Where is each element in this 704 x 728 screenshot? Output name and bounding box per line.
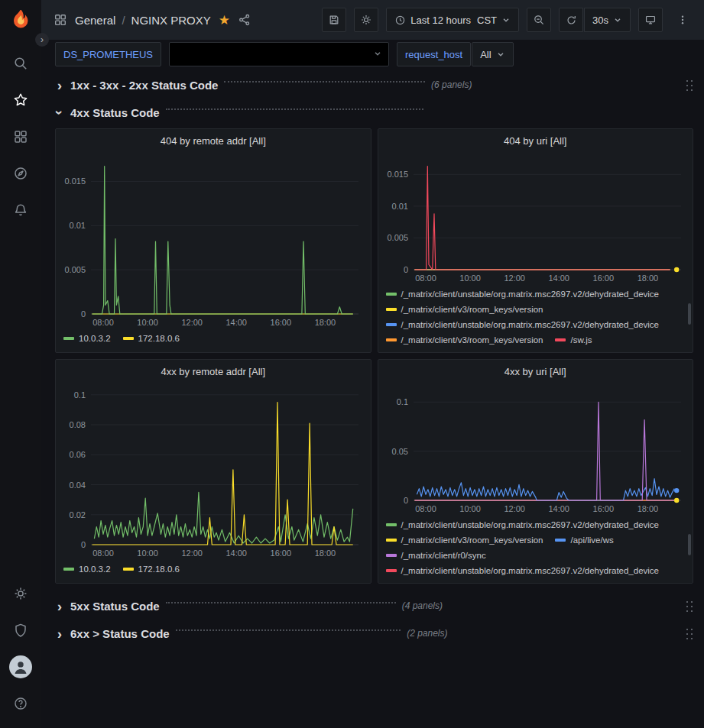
panel-404-by-remote-addr: 404 by remote addr [All] 00.0050.010.015…: [55, 128, 371, 353]
variable-label-ds-prometheus[interactable]: DS_PROMETHEUS: [55, 42, 161, 66]
row-4xx-status-code[interactable]: › 4xx Status Code: [55, 101, 693, 124]
legend-swatch: [386, 523, 397, 526]
sidebar-expand-toggle[interactable]: ›: [35, 33, 49, 47]
legend-item[interactable]: /api/live/ws: [555, 532, 613, 548]
svg-text:10:00: 10:00: [459, 273, 481, 283]
variable-request-host-select[interactable]: All: [472, 42, 513, 66]
row-drag-handle[interactable]: [685, 79, 693, 92]
dotted-leader: [166, 108, 423, 110]
dashboard-settings-button[interactable]: [354, 8, 378, 32]
legend-item[interactable]: /_matrix/client/v3/room_keys/version: [386, 332, 543, 348]
legend-label: /_matrix/client/v3/room_keys/version: [401, 532, 543, 548]
help-icon[interactable]: [5, 688, 36, 719]
panel-title[interactable]: 404 by uri [All]: [378, 129, 693, 149]
legend-item[interactable]: 10.0.3.2: [63, 561, 111, 577]
legend-item[interactable]: 10.0.3.2: [63, 331, 111, 346]
legend-label: /_matrix/client/unstable/org.matrix.msc2…: [401, 563, 660, 578]
svg-text:12:00: 12:00: [504, 504, 525, 513]
legend-label: /_matrix/client/v3/room_keys/version: [401, 302, 543, 317]
breadcrumb-section[interactable]: General: [75, 14, 115, 27]
svg-text:0: 0: [403, 496, 407, 505]
sidebar-item-explore[interactable]: [5, 158, 36, 189]
svg-text:0: 0: [81, 540, 86, 549]
chart-404-by-remote-addr[interactable]: 00.0050.010.01508:0010:0012:0014:0016:00…: [56, 149, 371, 329]
grafana-logo[interactable]: [7, 7, 34, 34]
legend-item[interactable]: /sw.js: [555, 332, 592, 348]
favorite-star-icon[interactable]: ★: [219, 14, 230, 27]
legend-swatch: [386, 323, 397, 326]
svg-text:0.015: 0.015: [64, 176, 86, 186]
svg-text:0: 0: [81, 309, 86, 319]
time-range-picker[interactable]: Last 12 hours CST: [386, 8, 519, 32]
variable-ds-prometheus-select[interactable]: [169, 42, 389, 66]
panel-404-by-uri: 404 by uri [All] 00.0050.010.01508:0010:…: [378, 128, 694, 353]
panel-title[interactable]: 4xx by remote addr [All]: [56, 360, 371, 380]
legend-label: /_matrix/client/v3/room_keys/version: [401, 332, 543, 348]
chevron-down-icon: [613, 15, 622, 24]
legend-swatch: [386, 338, 397, 341]
chart-404-by-uri[interactable]: 00.0050.010.01508:0010:0012:0014:0016:00…: [378, 149, 693, 285]
variable-label-request-host[interactable]: request_host: [397, 42, 471, 66]
row-drag-handle[interactable]: [685, 627, 693, 640]
breadcrumb-dashboard-title[interactable]: NGINX PROXY: [131, 14, 211, 27]
top-navbar: General / NGINX PROXY ★ Last 12: [41, 0, 704, 40]
panel-title[interactable]: 404 by remote addr [All]: [56, 129, 371, 149]
sidebar-item-alerting[interactable]: [5, 195, 36, 225]
sidebar: [0, 0, 41, 728]
legend-swatch: [555, 539, 566, 542]
svg-text:12:00: 12:00: [504, 273, 525, 283]
legend-item[interactable]: /_matrix/client/v3/room_keys/version: [386, 302, 543, 317]
legend-item[interactable]: 172.18.0.6: [123, 561, 180, 577]
refresh-button[interactable]: [559, 8, 583, 32]
row-5xx-status-code[interactable]: › 5xx Status Code (4 panels): [55, 594, 693, 617]
legend-label: 172.18.0.6: [138, 561, 180, 577]
row-6xx-status-code[interactable]: › 6xx > Status Code (2 panels): [55, 622, 693, 645]
shield-icon[interactable]: [5, 615, 36, 645]
row-title: 6xx > Status Code: [70, 627, 170, 640]
save-dashboard-button[interactable]: [322, 8, 346, 32]
svg-text:10:00: 10:00: [459, 504, 481, 513]
user-avatar[interactable]: [5, 652, 36, 682]
legend-item[interactable]: 172.18.0.6: [123, 331, 180, 346]
row-drag-handle[interactable]: [685, 600, 693, 613]
svg-text:18:00: 18:00: [637, 273, 658, 283]
legend-item[interactable]: /_matrix/client/unstable/org.matrix.msc2…: [386, 317, 660, 332]
legend-item[interactable]: /_matrix/client/unstable/org.matrix.msc2…: [386, 286, 660, 302]
svg-text:0.06: 0.06: [70, 450, 86, 459]
svg-text:0.1: 0.1: [74, 390, 86, 400]
row-panel-count: (2 panels): [407, 628, 447, 639]
legend-item[interactable]: /_matrix/client/v3/room_keys/version: [386, 532, 543, 548]
refresh-interval-dropdown[interactable]: 30s: [584, 8, 631, 32]
chart-4xx-by-remote-addr[interactable]: 00.020.040.060.080.108:0010:0012:0014:00…: [56, 380, 371, 560]
legend-item[interactable]: /_matrix/client/unstable/org.matrix.msc2…: [386, 517, 660, 532]
legend-swatch: [555, 338, 566, 341]
svg-text:08:00: 08:00: [415, 273, 436, 283]
legend-item[interactable]: /_matrix/client/unstable/org.matrix.msc2…: [386, 563, 660, 578]
tv-mode-button[interactable]: [638, 8, 663, 32]
server-admin-settings-icon[interactable]: [5, 578, 36, 609]
svg-text:14:00: 14:00: [548, 273, 569, 283]
legend-label: /_matrix/client/unstable/org.matrix.msc2…: [401, 517, 660, 532]
zoom-out-button[interactable]: [527, 8, 551, 32]
legend-item[interactable]: /_matrix/client/r0/sync: [386, 548, 486, 563]
legend-label: /_matrix/client/unstable/org.matrix.msc2…: [401, 317, 660, 332]
sidebar-item-dashboards[interactable]: [5, 121, 36, 152]
refresh-interval-label: 30s: [592, 15, 608, 26]
panel-title[interactable]: 4xx by uri [All]: [378, 360, 693, 380]
legend: /_matrix/client/unstable/org.matrix.msc2…: [378, 285, 693, 352]
chevron-right-icon: ›: [55, 599, 64, 613]
chart-4xx-by-uri[interactable]: 00.050.108:0010:0012:0014:0016:0018:00: [378, 380, 693, 516]
apps-grid-icon[interactable]: [54, 13, 67, 27]
legend: /_matrix/client/unstable/org.matrix.msc2…: [378, 516, 693, 583]
row-panel-count: (4 panels): [402, 600, 443, 611]
search-icon[interactable]: [5, 48, 36, 79]
share-icon[interactable]: [238, 13, 251, 27]
sidebar-item-starred[interactable]: [5, 85, 36, 115]
row-1xx-3xx-2xx-status-code[interactable]: › 1xx - 3xx - 2xx Status Code (6 panels): [55, 73, 693, 96]
legend-label: /sw.js: [570, 332, 592, 348]
svg-text:0.04: 0.04: [70, 480, 86, 490]
svg-text:0.05: 0.05: [391, 447, 407, 456]
more-menu-button[interactable]: [670, 8, 695, 32]
avatar: [9, 655, 32, 678]
svg-text:0.1: 0.1: [396, 397, 407, 406]
